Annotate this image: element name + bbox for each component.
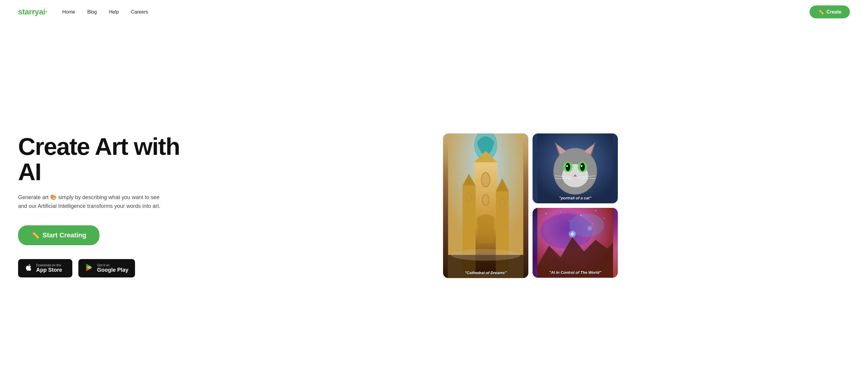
- cat-image: "portrait of a cat": [532, 133, 618, 203]
- svg-point-10: [482, 194, 489, 206]
- google-play-button[interactable]: Get it on Google Play: [79, 259, 135, 278]
- app-store-button[interactable]: Download on the App Store: [18, 259, 72, 278]
- create-button[interactable]: ✏️ Create: [809, 5, 850, 19]
- svg-point-27: [566, 165, 568, 167]
- start-pencil-icon: ✏️: [31, 231, 39, 239]
- store-buttons: Download on the App Store Get it on: [18, 259, 187, 278]
- nav-links: Home Blog Help Careers: [62, 9, 809, 15]
- svg-point-11: [467, 193, 471, 201]
- cat-art: [532, 133, 618, 203]
- svg-point-14: [451, 249, 520, 261]
- cathedral-label: "Cathedral of Dreams": [465, 270, 507, 275]
- hero-title: Create Art with AI: [18, 134, 187, 185]
- space-art: [532, 208, 618, 278]
- svg-point-38: [595, 210, 596, 211]
- hero-left: Create Art with AI Generate art 🎨 simply…: [18, 134, 199, 278]
- nav-home[interactable]: Home: [62, 9, 75, 14]
- google-play-icon: [85, 263, 93, 273]
- cat-label: "portrait of a cat": [559, 196, 591, 200]
- svg-point-25: [566, 163, 570, 171]
- space-image: "AI in Control of The World": [532, 208, 618, 278]
- image-grid: "Cathedral of Dreams": [443, 133, 618, 278]
- space-label: "AI in Control of The World": [549, 270, 601, 275]
- nav-careers[interactable]: Careers: [131, 9, 148, 14]
- hero-section: Create Art with AI Generate art 🎨 simply…: [0, 24, 868, 388]
- cat-svg: [532, 133, 618, 203]
- cathedral-svg: [443, 133, 528, 278]
- start-creating-button[interactable]: ✏️ Start Creating: [18, 225, 99, 245]
- svg-point-47: [570, 232, 574, 236]
- hero-subtitle: Generate art 🎨 simply by describing what…: [18, 193, 163, 211]
- navbar: starryai· Home Blog Help Careers ✏️ Crea…: [0, 0, 868, 24]
- svg-point-28: [581, 165, 583, 167]
- google-play-text: Get it on Google Play: [97, 263, 128, 273]
- hero-right: "Cathedral of Dreams": [199, 133, 850, 278]
- svg-point-35: [546, 213, 547, 214]
- nav-blog[interactable]: Blog: [87, 9, 97, 14]
- cathedral-art: [443, 133, 528, 278]
- svg-point-12: [500, 199, 504, 207]
- cathedral-image: "Cathedral of Dreams": [443, 133, 528, 278]
- svg-point-39: [604, 218, 604, 218]
- svg-point-36: [560, 212, 561, 213]
- svg-point-9: [481, 172, 490, 187]
- logo-text: starryai: [18, 7, 45, 16]
- logo-dot: ·: [45, 7, 47, 16]
- svg-point-48: [587, 226, 592, 230]
- apple-icon: [25, 264, 33, 273]
- create-pencil-icon: ✏️: [818, 9, 824, 15]
- space-svg: [532, 208, 618, 278]
- app-store-text: Download on the App Store: [36, 263, 62, 273]
- svg-point-26: [580, 163, 585, 171]
- logo[interactable]: starryai·: [18, 7, 47, 17]
- nav-help[interactable]: Help: [109, 9, 119, 14]
